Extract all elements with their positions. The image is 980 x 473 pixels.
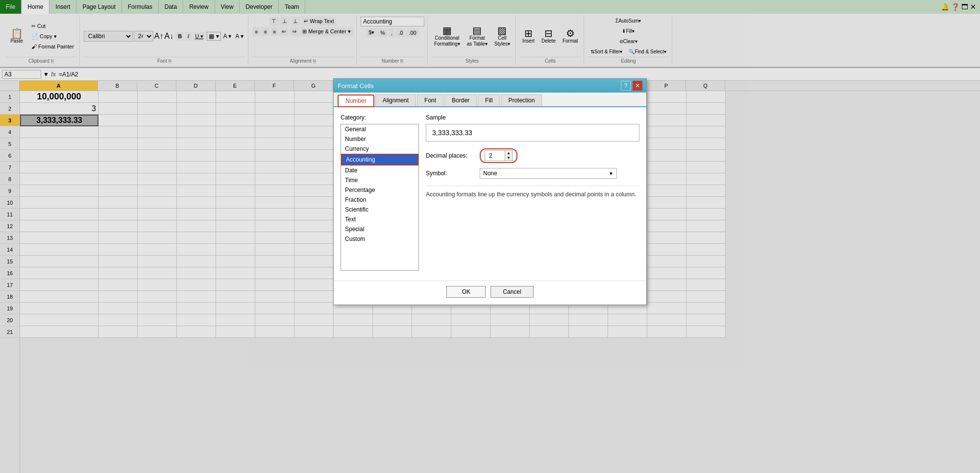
dialog-category-panel: Category: General Number Currency Accoun… — [341, 114, 419, 271]
spinner-up-button[interactable]: ▲ — [505, 151, 512, 156]
sample-label: Sample — [426, 114, 639, 121]
dialog-title-buttons: ? ✕ — [621, 81, 642, 91]
category-currency[interactable]: Currency — [341, 144, 418, 154]
category-list[interactable]: General Number Currency Accounting Date … — [341, 124, 419, 271]
category-general[interactable]: General — [341, 124, 418, 134]
category-fraction[interactable]: Fraction — [341, 195, 418, 205]
decimal-places-input[interactable] — [485, 151, 505, 160]
sample-box: 3,333,333.33 — [426, 124, 639, 142]
sample-value: 3,333,333.33 — [432, 129, 472, 137]
dialog-main-row: Category: General Number Currency Accoun… — [341, 114, 639, 271]
dialog-tab-fill[interactable]: Fill — [478, 95, 500, 106]
category-date[interactable]: Date — [341, 166, 418, 175]
symbol-select[interactable]: None ▼ — [480, 168, 617, 179]
format-cells-dialog: Format Cells ? ✕ Number Alignment Font B… — [333, 78, 647, 305]
dialog-tabs: Number Alignment Font Border Fill Protec… — [334, 93, 646, 107]
symbol-label: Symbol: — [426, 170, 480, 177]
ok-button[interactable]: OK — [446, 286, 486, 298]
symbol-row: Symbol: None ▼ — [426, 168, 639, 179]
decimal-places-label: Decimal places: — [426, 152, 480, 159]
dialog-titlebar: Format Cells ? ✕ — [334, 79, 646, 93]
category-label: Category: — [341, 114, 419, 121]
category-number[interactable]: Number — [341, 134, 418, 144]
dialog-tab-number[interactable]: Number — [338, 95, 374, 107]
symbol-dropdown-arrow: ▼ — [609, 171, 613, 176]
cancel-button[interactable]: Cancel — [490, 286, 533, 298]
dialog-close-button[interactable]: ✕ — [633, 81, 642, 91]
category-time[interactable]: Time — [341, 175, 418, 185]
spinner-buttons: ▲ ▼ — [505, 151, 512, 161]
decimal-places-row: Decimal places: ▲ ▼ — [426, 148, 639, 163]
category-text[interactable]: Text — [341, 214, 418, 224]
dialog-footer: OK Cancel — [334, 281, 646, 305]
dialog-options-panel: Sample 3,333,333.33 Decimal places: ▲ ▼ — [426, 114, 639, 271]
category-scientific[interactable]: Scientific — [341, 205, 418, 214]
spinner-down-button[interactable]: ▼ — [505, 156, 512, 161]
dialog-tab-protection[interactable]: Protection — [501, 95, 542, 106]
dialog-tab-alignment[interactable]: Alignment — [375, 95, 416, 106]
dialog-help-button[interactable]: ? — [621, 81, 631, 91]
dialog-tab-font[interactable]: Font — [417, 95, 443, 106]
category-accounting[interactable]: Accounting — [341, 154, 418, 166]
category-percentage[interactable]: Percentage — [341, 185, 418, 195]
symbol-value: None — [483, 170, 497, 177]
dialog-overlay: Format Cells ? ✕ Number Alignment Font B… — [0, 0, 980, 473]
decimal-places-spinner[interactable]: ▲ ▼ — [485, 150, 513, 161]
accounting-description: Accounting formats line up the currency … — [426, 186, 639, 198]
category-custom[interactable]: Custom — [341, 234, 418, 244]
dialog-tab-border[interactable]: Border — [444, 95, 477, 106]
category-special[interactable]: Special — [341, 224, 418, 234]
dialog-title: Format Cells — [338, 82, 374, 90]
dialog-body: Category: General Number Currency Accoun… — [334, 107, 646, 278]
